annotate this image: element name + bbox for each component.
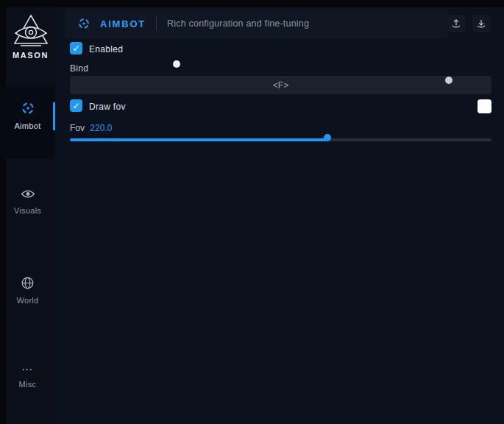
enabled-label: Enabled bbox=[89, 44, 123, 54]
eye-icon bbox=[21, 188, 35, 203]
sidebar-item-label: Misc bbox=[0, 380, 55, 389]
ellipsis-icon: ⋯ bbox=[21, 362, 34, 377]
section-header: AIMBOT Rich configuration and fine-tunin… bbox=[65, 9, 447, 38]
sidebar-item-label: Visuals bbox=[0, 206, 55, 215]
sidebar-item-misc[interactable]: ⋯ Misc bbox=[0, 362, 55, 389]
crosshair-icon bbox=[21, 101, 35, 116]
fov-slider-thumb[interactable] bbox=[324, 134, 331, 141]
brand-name: MASON bbox=[6, 51, 55, 60]
cursor-dot bbox=[173, 60, 180, 68]
cursor-dot-secondary bbox=[445, 77, 452, 84]
fov-slider[interactable] bbox=[70, 138, 491, 141]
draw-fov-checkbox[interactable]: ✓ bbox=[70, 99, 82, 112]
import-config-button[interactable] bbox=[472, 15, 490, 32]
globe-icon bbox=[21, 276, 35, 291]
crosshair-icon bbox=[77, 17, 90, 30]
bind-key-input[interactable]: <F> bbox=[70, 76, 491, 94]
download-icon bbox=[475, 18, 487, 29]
page-title: AIMBOT bbox=[100, 18, 146, 29]
fov-color-swatch[interactable] bbox=[478, 99, 491, 113]
draw-fov-label: Draw fov bbox=[89, 102, 126, 112]
check-icon: ✓ bbox=[72, 101, 79, 111]
page-subtitle: Rich configuration and fine-tuning bbox=[167, 18, 309, 29]
fov-value: 220.0 bbox=[90, 123, 112, 133]
check-icon: ✓ bbox=[72, 43, 79, 54]
header-divider bbox=[156, 16, 157, 31]
sidebar-item-aimbot[interactable]: Aimbot bbox=[0, 101, 55, 130]
fov-label: Fov bbox=[70, 123, 85, 133]
sidebar-item-world[interactable]: World bbox=[0, 276, 55, 305]
app-window: MASON Aimbot Visuals World bbox=[0, 0, 504, 424]
sidebar-item-label: Aimbot bbox=[0, 121, 55, 130]
fov-slider-fill bbox=[70, 138, 327, 141]
export-config-button[interactable] bbox=[447, 15, 465, 32]
upload-icon bbox=[450, 18, 462, 29]
enabled-checkbox[interactable]: ✓ bbox=[70, 42, 82, 54]
main-panel: AIMBOT Rich configuration and fine-tunin… bbox=[55, 7, 504, 424]
sidebar-item-label: World bbox=[0, 296, 55, 305]
bind-label: Bind bbox=[70, 63, 88, 74]
fov-value-row: Fov 220.0 bbox=[70, 123, 112, 133]
bind-key-value: <F> bbox=[273, 80, 288, 91]
eye-pyramid-logo-icon bbox=[12, 13, 50, 49]
sidebar-item-visuals[interactable]: Visuals bbox=[0, 188, 55, 215]
brand-logo: MASON bbox=[6, 13, 55, 60]
